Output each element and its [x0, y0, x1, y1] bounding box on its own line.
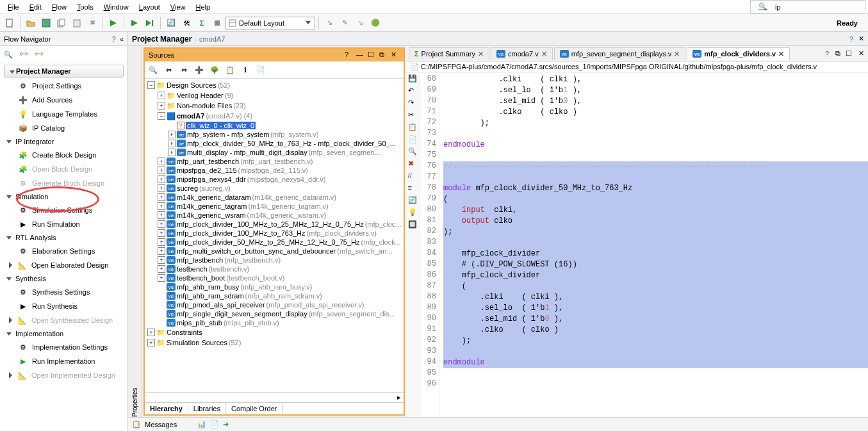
- sigma-icon[interactable]: Σ: [195, 16, 209, 30]
- save-icon[interactable]: 💾: [408, 74, 418, 85]
- redo-icon[interactable]: ↷: [408, 99, 418, 109]
- popout-icon[interactable]: ⧉: [833, 49, 843, 58]
- paste-icon[interactable]: 📄: [408, 135, 418, 145]
- nav-search-icon[interactable]: 🔍: [1, 47, 15, 61]
- cut-icon[interactable]: ✂: [408, 111, 418, 121]
- minimize-icon[interactable]: —: [356, 51, 365, 60]
- help-icon[interactable]: ?: [849, 35, 853, 43]
- menu-window[interactable]: Window: [99, 2, 134, 12]
- close-icon[interactable]: ✕: [858, 35, 864, 43]
- run-step-icon[interactable]: [127, 16, 142, 30]
- nav-run-synthesis[interactable]: ▶Run Synthesis: [0, 299, 127, 313]
- msg-tool-b[interactable]: 📄: [210, 420, 219, 428]
- help-icon[interactable]: ?: [345, 51, 354, 60]
- help-icon[interactable]: ?: [821, 50, 833, 58]
- close-icon[interactable]: ✕: [478, 50, 484, 58]
- settings-icon[interactable]: 🛠: [179, 16, 193, 30]
- bulb-icon[interactable]: 💡: [408, 208, 418, 218]
- close-icon[interactable]: ✕: [855, 49, 868, 58]
- nav-expand-icon[interactable]: [32, 47, 46, 61]
- src-new-icon[interactable]: 📄: [254, 63, 268, 77]
- paste-icon[interactable]: [70, 16, 84, 30]
- menu-tools[interactable]: Tools: [72, 2, 99, 12]
- refresh-icon[interactable]: 🔄: [164, 16, 178, 30]
- menu-file[interactable]: File: [3, 2, 24, 12]
- msg-tool-c[interactable]: ➜: [223, 420, 229, 428]
- menu-view[interactable]: View: [165, 2, 191, 12]
- maximize-icon[interactable]: ☐: [368, 51, 377, 60]
- copy-icon[interactable]: 📋: [408, 123, 418, 133]
- nav-implementation[interactable]: Implementation: [0, 327, 127, 340]
- menu-flow[interactable]: Flow: [47, 2, 72, 12]
- chip-icon[interactable]: 🔲: [408, 220, 418, 231]
- delete-icon[interactable]: ✖: [408, 159, 418, 170]
- tab-seven-segment[interactable]: vemfp_seven_segment_displays.v✕: [554, 47, 686, 60]
- tab-hierarchy[interactable]: Hierarchy: [145, 403, 188, 414]
- close-icon[interactable]: ✕: [674, 50, 680, 58]
- run-icon[interactable]: [106, 16, 120, 30]
- menu-edit[interactable]: Edit: [24, 2, 47, 12]
- tab-compile-order[interactable]: Compile Order: [226, 403, 283, 414]
- nav-open-synthesized-design[interactable]: 📐Open Synthesized Design: [0, 313, 127, 327]
- refresh-icon[interactable]: 🔄: [408, 196, 418, 206]
- src-search-icon[interactable]: 🔍: [146, 63, 160, 77]
- msg-tool-a[interactable]: 📊: [197, 420, 206, 428]
- nav-create-block-design[interactable]: 🧩Create Block Design: [0, 148, 127, 162]
- find-icon[interactable]: 🔍: [408, 147, 418, 158]
- close-icon[interactable]: ✕: [391, 51, 400, 60]
- undo-icon[interactable]: ↶: [408, 86, 418, 97]
- scroll-right-icon[interactable]: ▸: [395, 393, 404, 402]
- nav-language-templates[interactable]: 💡Language Templates: [0, 107, 127, 121]
- messages-tab[interactable]: Messages: [145, 421, 177, 428]
- nav-run-implementation[interactable]: ▶Run Implementation: [0, 354, 127, 368]
- nav-run-simulation[interactable]: ▶Run Simulation: [0, 217, 127, 231]
- chip-icon[interactable]: [210, 16, 224, 30]
- tool-c-icon[interactable]: ↘: [353, 16, 367, 30]
- tab-clock-dividers[interactable]: vemfp_clock_dividers.v✕: [687, 47, 790, 60]
- tool-a-icon[interactable]: ↘: [322, 16, 336, 30]
- save-icon[interactable]: [39, 16, 53, 30]
- collapse-icon[interactable]: «: [120, 35, 124, 43]
- src-info-icon[interactable]: ℹ: [238, 63, 252, 77]
- copy-icon[interactable]: [54, 16, 69, 30]
- nav-synthesis-settings[interactable]: ⚙Synthesis Settings: [0, 285, 127, 299]
- src-expand-icon[interactable]: ⇔: [177, 63, 191, 77]
- msg-icon[interactable]: 📋: [132, 420, 141, 428]
- restore-icon[interactable]: ⧉: [379, 51, 388, 60]
- nav-simulation[interactable]: Simulation: [0, 190, 127, 203]
- layout-combo[interactable]: Default Layout: [225, 17, 315, 29]
- comment-icon[interactable]: //: [408, 172, 418, 182]
- nav-open-block-design[interactable]: 🧩Open Block Design: [0, 162, 127, 176]
- delete-icon[interactable]: ✖: [85, 16, 99, 30]
- src-add-icon[interactable]: ➕: [192, 63, 206, 77]
- nav-ip-integrator[interactable]: IP Integrator: [0, 135, 127, 148]
- tool-b-icon[interactable]: ✎: [338, 16, 352, 30]
- close-icon[interactable]: ✕: [541, 50, 547, 58]
- nav-open-elaborated-design[interactable]: 📐Open Elaborated Design: [0, 258, 127, 272]
- nav-elaboration-settings[interactable]: ⚙Elaboration Settings: [0, 244, 127, 258]
- run-next-icon[interactable]: [143, 16, 157, 30]
- menu-help[interactable]: Help: [191, 2, 216, 12]
- sources-tree[interactable]: −📁Design Sources (52) +📁Verilog Header (…: [145, 79, 404, 392]
- tab-libraries[interactable]: Libraries: [188, 403, 226, 414]
- nav-rtl-analysis[interactable]: RTL Analysis: [0, 231, 127, 244]
- code-editor[interactable]: .clki ( clki ), .sel_lo ( 1'b1 ), .sel_m…: [439, 73, 868, 417]
- close-icon[interactable]: ✕: [778, 50, 784, 58]
- tab-project-summary[interactable]: ΣProject Summary✕: [409, 47, 489, 60]
- tool-d-icon[interactable]: 🟢: [368, 16, 382, 30]
- src-tree-icon[interactable]: 🌳: [208, 63, 222, 77]
- nav-implementation-settings[interactable]: ⚙Implementation Settings: [0, 340, 127, 354]
- nav-project-manager[interactable]: Project Manager: [4, 65, 124, 77]
- properties-tab[interactable]: Properties: [128, 46, 142, 417]
- format-icon[interactable]: ≡: [408, 184, 418, 194]
- search-box[interactable]: 🔍: [750, 0, 865, 13]
- nav-synthesis[interactable]: Synthesis: [0, 272, 127, 285]
- maximize-icon[interactable]: ☐: [843, 49, 855, 58]
- nav-project-settings[interactable]: ⚙Project Settings: [0, 79, 127, 93]
- src-collapse-icon[interactable]: ⇔: [161, 63, 176, 77]
- open-icon[interactable]: [24, 16, 38, 30]
- nav-open-implemented-design[interactable]: 📐Open Implemented Design: [0, 368, 127, 382]
- nav-collapse-icon[interactable]: [17, 47, 31, 61]
- nav-generate-block-design[interactable]: ⚙Generate Block Design: [0, 176, 127, 190]
- search-input[interactable]: [775, 3, 862, 11]
